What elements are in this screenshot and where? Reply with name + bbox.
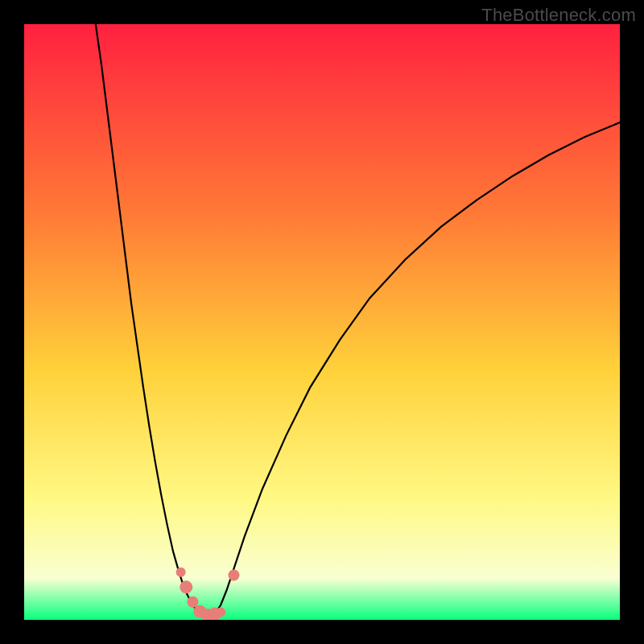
watermark-text: TheBottleneck.com bbox=[481, 5, 636, 26]
data-markers bbox=[176, 568, 240, 620]
data-marker-0 bbox=[176, 568, 186, 577]
data-marker-7 bbox=[228, 570, 239, 581]
curve-left-branch bbox=[96, 24, 209, 617]
data-marker-2 bbox=[187, 597, 198, 608]
curve-layer bbox=[24, 24, 620, 620]
chart-frame: TheBottleneck.com bbox=[0, 0, 644, 644]
data-marker-1 bbox=[180, 580, 192, 593]
curve-right-branch bbox=[208, 122, 620, 617]
data-marker-6 bbox=[216, 607, 225, 617]
plot-area bbox=[24, 24, 620, 620]
